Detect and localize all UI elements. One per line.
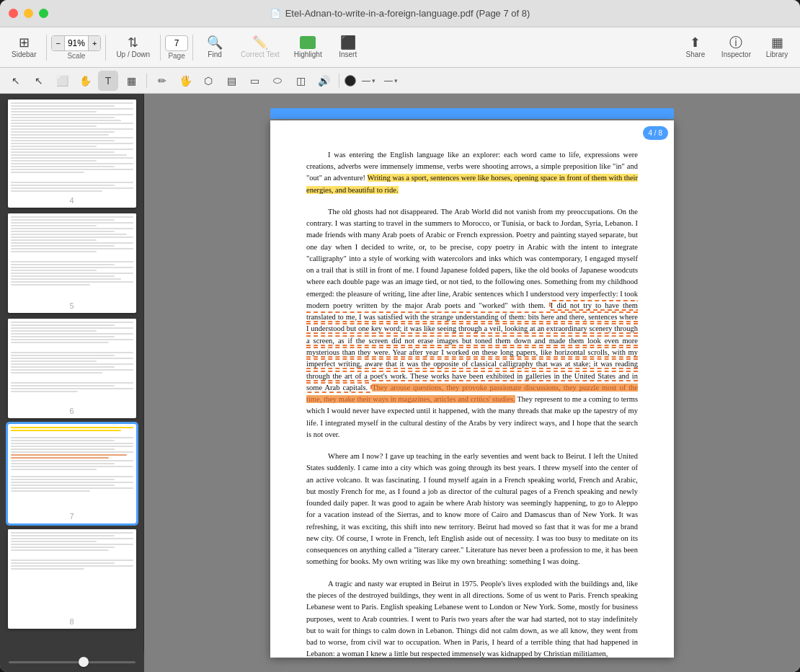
inspector-icon: ⓘ (729, 36, 742, 49)
page-thumb-4[interactable]: 4 (8, 100, 136, 208)
chevron-down-icon-2: ▾ (394, 77, 398, 84)
rect-select-tool[interactable]: ⬜ (52, 71, 72, 91)
scroll-tool[interactable]: ✋ (75, 71, 95, 91)
chevron-down-icon: ▾ (372, 77, 375, 84)
toolbar-sep-4 (192, 35, 193, 61)
tool-sep-1 (146, 74, 147, 88)
pdf-page: 4 / 8 I was entering the English languag… (270, 120, 674, 658)
tool-sep-2 (339, 74, 339, 88)
insert-icon: ⬛ (340, 36, 356, 49)
correct-text-button[interactable]: ✏️ Correct Text (235, 33, 285, 61)
insert-button[interactable]: ⬛ Insert (331, 33, 365, 61)
text-tool[interactable]: T (98, 71, 118, 91)
page-thumb-7[interactable]: 7 (8, 424, 136, 523)
slider-thumb[interactable] (79, 657, 89, 667)
toolbar-sep-2 (105, 35, 106, 61)
find-icon: 🔍 (207, 36, 223, 49)
page-header-strip (270, 108, 674, 119)
page-badge: 4 / 8 (643, 126, 668, 141)
main-toolbar: ⊞ Sidebar − 91% + Scale ⇅ Up / Down 7 Pa… (0, 27, 800, 68)
page-slider-container (0, 652, 144, 672)
window-title: 📄 Etel-Adnan-to-write-in-a-foreign-langu… (270, 8, 530, 19)
maximize-button[interactable] (39, 9, 48, 18)
line-end-icon: — (384, 76, 393, 86)
line-style[interactable]: — ▾ (359, 74, 378, 87)
page-thumb-label-6: 6 (8, 405, 136, 418)
sidebar-button[interactable]: ⊞ Sidebar (6, 33, 42, 61)
pdf-icon: 📄 (270, 9, 281, 19)
paragraph-1: I was entering the English language like… (306, 149, 638, 196)
hand-tool[interactable]: 🖐 (175, 71, 195, 91)
page-thumb-5[interactable]: 5 (8, 213, 136, 313)
inspector-button[interactable]: ⓘ Inspector (716, 33, 757, 61)
traffic-lights (9, 9, 48, 18)
zoom-group: − 91% + Scale (51, 35, 101, 60)
shape-tool[interactable]: ⬡ (198, 71, 218, 91)
zoom-value: 91% (65, 38, 88, 48)
pointer-tool[interactable]: ↖ (6, 71, 26, 91)
paragraph-3: Where am I now? I gave up teaching in th… (306, 451, 638, 568)
share-button[interactable]: ⬆ Share (678, 33, 713, 61)
library-icon: ▦ (771, 36, 783, 49)
highlight-button[interactable]: Highlight (288, 33, 328, 61)
app-window: 📄 Etel-Adnan-to-write-in-a-foreign-langu… (0, 0, 800, 672)
stamp-tool[interactable]: ◫ (290, 71, 311, 91)
library-button[interactable]: ▦ Library (760, 33, 794, 61)
zoom-plus-button[interactable]: + (88, 36, 100, 50)
paragraph-4: A tragic and nasty war erupted in Beirut… (306, 578, 638, 660)
updown-icon: ⇅ (128, 36, 138, 49)
paragraph-2: The old ghosts had not disappeared. The … (306, 206, 638, 441)
page-thumb-8[interactable]: 8 (8, 529, 136, 629)
find-button[interactable]: 🔍 Find (197, 33, 232, 61)
text-box-tool[interactable]: ▤ (221, 71, 241, 91)
toolbar-sep-1 (46, 35, 47, 61)
share-icon: ⬆ (690, 36, 701, 49)
pdf-viewer[interactable]: 4 / 8 I was entering the English languag… (144, 94, 800, 672)
highlight-icon (300, 36, 316, 49)
updown-button[interactable]: ⇅ Up / Down (110, 33, 156, 61)
pencil-tool[interactable]: ✏ (152, 71, 172, 91)
sidebar-icon: ⊞ (19, 36, 30, 49)
line-icon: — (362, 76, 370, 86)
page-label: Page (168, 52, 185, 60)
page-group: 7 Page (165, 35, 188, 60)
page-thumb-label-4: 4 (8, 195, 136, 208)
comment-tool[interactable]: 🔊 (314, 71, 334, 91)
minimize-button[interactable] (24, 9, 33, 18)
zoom-control[interactable]: − 91% + (51, 35, 101, 51)
correct-text-icon: ✏️ (252, 36, 268, 49)
rect-tool[interactable]: ▭ (244, 71, 265, 91)
zoom-minus-button[interactable]: − (52, 36, 64, 50)
page-sidebar: 4 (0, 94, 144, 672)
oval-tool[interactable]: ⬭ (267, 71, 288, 91)
close-button[interactable] (9, 9, 18, 18)
main-content: 4 (0, 94, 800, 672)
page-slider[interactable] (9, 661, 135, 663)
annotation-box: I did not try to have them translated to… (306, 300, 638, 393)
select-tool[interactable]: ↖ (29, 71, 49, 91)
titlebar: 📄 Etel-Adnan-to-write-in-a-foreign-langu… (0, 0, 800, 27)
line-end-style[interactable]: — ▾ (381, 74, 401, 87)
page-thumb-label-8: 8 (8, 616, 136, 629)
page-input[interactable]: 7 (165, 35, 188, 51)
page-thumb-label-5: 5 (8, 300, 136, 313)
zoom-label: Scale (67, 52, 85, 60)
page-thumb-label-7: 7 (8, 510, 136, 523)
annotation-toolbar: ↖ ↖ ⬜ ✋ T ▦ ✏ 🖐 ⬡ ▤ ▭ ⬭ ◫ 🔊 — ▾ — ▾ (0, 68, 800, 94)
redact-tool[interactable]: ▦ (121, 71, 141, 91)
toolbar-sep-3 (160, 35, 161, 61)
color-picker[interactable] (345, 75, 356, 87)
page-thumb-6[interactable]: 6 (8, 319, 136, 418)
